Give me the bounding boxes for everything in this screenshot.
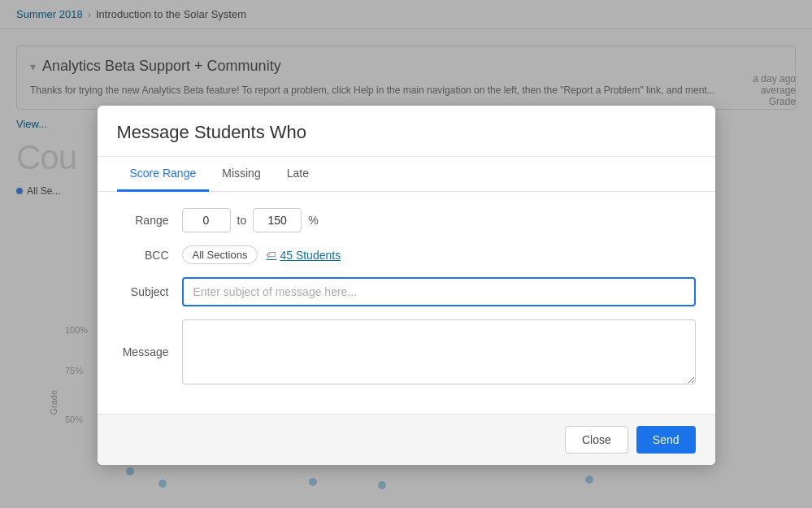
range-percent-symbol: % — [308, 214, 318, 227]
modal-body: Range to % BCC All Sections 🏷 45 Student… — [98, 192, 715, 414]
modal-header: Message Students Who — [98, 106, 715, 157]
subject-row: Subject — [117, 277, 696, 306]
close-button[interactable]: Close — [565, 426, 628, 454]
range-from-input[interactable] — [182, 208, 231, 232]
section-pill[interactable]: All Sections — [182, 245, 258, 264]
students-link[interactable]: 🏷 45 Students — [266, 249, 341, 262]
range-inputs: to % — [182, 208, 319, 232]
send-button[interactable]: Send — [636, 426, 696, 454]
message-textarea[interactable] — [182, 319, 696, 384]
subject-input[interactable] — [182, 277, 696, 306]
message-row: Message — [117, 319, 696, 384]
modal-overlay: Message Students Who Score Range Missing… — [0, 0, 812, 508]
modal-title: Message Students Who — [117, 122, 696, 143]
range-label: Range — [117, 214, 182, 227]
tab-late[interactable]: Late — [274, 157, 322, 192]
range-to-text: to — [237, 214, 247, 227]
bcc-label: BCC — [117, 249, 182, 262]
range-to-input[interactable] — [253, 208, 302, 232]
tag-icon: 🏷 — [266, 249, 276, 261]
bcc-row: BCC All Sections 🏷 45 Students — [117, 245, 696, 264]
bcc-content: All Sections 🏷 45 Students — [182, 245, 341, 264]
modal-footer: Close Send — [98, 414, 715, 465]
range-row: Range to % — [117, 208, 696, 232]
message-students-modal: Message Students Who Score Range Missing… — [98, 106, 715, 465]
modal-tabs: Score Range Missing Late — [98, 157, 715, 192]
subject-label: Subject — [117, 285, 182, 298]
message-label: Message — [117, 345, 182, 358]
tab-score-range[interactable]: Score Range — [117, 157, 210, 192]
tab-missing[interactable]: Missing — [209, 157, 273, 192]
